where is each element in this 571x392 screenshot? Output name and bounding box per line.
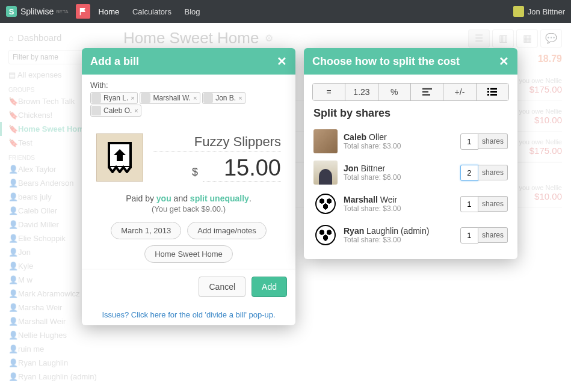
sidebar-friend-item[interactable]: 👤Ryan Laughlin (admin) — [0, 370, 114, 384]
share-total: Total share: $6.00 — [344, 173, 460, 182]
sidebar-friend-item[interactable]: 👤Nellie Hughes — [0, 328, 114, 342]
view-tabs: ☰ ▥ ▦ 💬 — [468, 29, 562, 47]
sidebar-friend-item[interactable]: 👤Ryan Laughlin — [0, 356, 114, 370]
svg-rect-4 — [487, 88, 489, 90]
share-row: Jon BittnerTotal share: $6.00shares — [313, 157, 508, 188]
share-total: Total share: $3.00 — [344, 236, 460, 244]
share-row: Marshall WeirTotal share: $3.00shares — [313, 188, 508, 219]
tab-comments-icon[interactable]: 💬 — [540, 29, 562, 47]
current-user[interactable]: Jon Bittner — [513, 6, 565, 17]
person-chip[interactable]: Ryan L.× — [90, 92, 138, 104]
top-nav: S Splitwise BETA Home Calculators Blog J… — [0, 0, 571, 23]
add-bill-modal: Add a bill ✕ With: Ryan L.× Marshall W.×… — [82, 48, 295, 325]
remove-icon[interactable]: × — [131, 94, 134, 102]
seg-exact[interactable]: 1.23 — [345, 84, 378, 100]
get-back-text: (You get back $9.00.) — [93, 204, 285, 213]
group-button[interactable]: Home Sweet Home — [144, 245, 233, 263]
share-total: Total share: $3.00 — [344, 142, 460, 150]
avatar-icon — [141, 93, 150, 103]
shares-input[interactable] — [460, 196, 478, 212]
seg-itemize[interactable] — [477, 84, 508, 100]
remove-icon[interactable]: × — [238, 94, 242, 102]
seg-shares[interactable] — [411, 84, 443, 100]
nav-home[interactable]: Home — [99, 7, 120, 16]
add-bill-title: Add a bill — [90, 55, 277, 68]
shares-input[interactable] — [460, 227, 478, 243]
sidebar-friend-item[interactable]: 👤ruin me — [0, 342, 114, 356]
avatar-icon — [313, 192, 338, 216]
shares-unit: shares — [478, 196, 508, 212]
split-type-link[interactable]: split unequally — [190, 194, 249, 203]
paid-by-link[interactable]: you — [156, 194, 171, 203]
amount-input[interactable] — [203, 155, 281, 182]
avatar-icon — [313, 223, 338, 247]
currency-symbol: $ — [192, 166, 198, 179]
svg-rect-2 — [422, 91, 428, 93]
avatar-icon — [91, 93, 101, 103]
tab-list-icon[interactable]: ☰ — [468, 29, 490, 47]
svg-rect-1 — [422, 88, 432, 90]
tab-chart-icon[interactable]: ▥ — [492, 29, 514, 47]
svg-rect-3 — [422, 94, 430, 96]
brand: Splitwise — [20, 7, 54, 16]
shares-unit: shares — [478, 133, 508, 149]
svg-rect-9 — [490, 94, 497, 96]
person-name: Jon Bittner — [344, 164, 460, 173]
person-name: Caleb Oller — [344, 132, 460, 142]
svg-rect-7 — [490, 91, 497, 93]
nav-calculators[interactable]: Calculators — [132, 7, 171, 16]
logo-icon: S — [6, 6, 17, 17]
svg-rect-8 — [487, 94, 489, 96]
with-label: With: — [90, 81, 108, 90]
avatar-icon — [203, 93, 213, 103]
person-chip[interactable]: Jon B.× — [202, 92, 245, 104]
avatar-icon — [91, 106, 101, 115]
nav-blog[interactable]: Blog — [185, 7, 200, 16]
user-name: Jon Bittner — [528, 7, 565, 16]
avatar-icon — [313, 161, 338, 185]
avatar-icon — [313, 129, 338, 153]
seg-equal[interactable]: = — [313, 84, 345, 100]
person-chip[interactable]: Caleb O.× — [90, 105, 141, 117]
seg-percent[interactable]: % — [378, 84, 411, 100]
avatar-icon — [513, 6, 524, 17]
issues-link[interactable]: Issues? Click here for the old 'divide a… — [102, 310, 275, 319]
shares-input[interactable] — [460, 165, 478, 181]
split-heading: Split by shares — [313, 107, 508, 120]
share-row: Ryan Laughlin (admin)Total share: $3.00s… — [313, 219, 508, 251]
seg-adjust[interactable]: +/- — [443, 84, 476, 100]
person-chip[interactable]: Marshall W.× — [140, 92, 200, 104]
share-row: Caleb OllerTotal share: $3.00shares — [313, 126, 508, 157]
person-name: Marshall Weir — [344, 195, 460, 204]
split-method-tabs: = 1.23 % +/- — [312, 83, 509, 101]
shares-unit: shares — [478, 165, 508, 180]
add-button[interactable]: Add — [252, 277, 287, 297]
paid-by-line: Paid by you and split unequally. — [93, 194, 285, 203]
gear-icon[interactable]: ⚙ — [265, 32, 273, 44]
share-total: Total share: $3.00 — [344, 204, 460, 213]
flag-icon[interactable] — [76, 4, 90, 19]
remove-icon[interactable]: × — [134, 107, 138, 114]
close-icon[interactable]: ✕ — [277, 54, 287, 69]
svg-rect-5 — [490, 88, 497, 90]
person-name: Ryan Laughlin (admin) — [344, 226, 460, 236]
split-modal: Choose how to split the cost ✕ = 1.23 % … — [304, 48, 517, 259]
beta-badge: BETA — [56, 9, 68, 14]
receipt-icon[interactable] — [96, 133, 143, 182]
nav-links: Home Calculators Blog — [99, 7, 211, 16]
svg-rect-6 — [487, 91, 489, 93]
with-row: With: Ryan L.× Marshall W.× Jon B.× Cale… — [82, 75, 295, 121]
page-title: Home Sweet Home — [123, 29, 259, 47]
description-input[interactable] — [153, 133, 281, 152]
tab-calendar-icon[interactable]: ▦ — [516, 29, 538, 47]
date-button[interactable]: March 1, 2013 — [111, 222, 181, 239]
shares-unit: shares — [478, 227, 508, 243]
remove-icon[interactable]: × — [193, 94, 197, 102]
cancel-button[interactable]: Cancel — [199, 277, 245, 297]
notes-button[interactable]: Add image/notes — [187, 222, 267, 239]
dashboard-link[interactable]: ⌂Dashboard — [0, 29, 114, 46]
split-title: Choose how to split the cost — [312, 55, 499, 68]
close-icon[interactable]: ✕ — [499, 54, 509, 69]
shares-input[interactable] — [460, 133, 478, 150]
